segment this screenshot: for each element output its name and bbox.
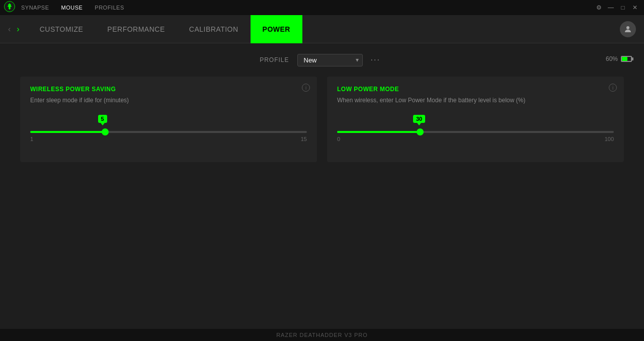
main-tabs: CUSTOMIZE PERFORMANCE CALIBRATION POWER — [28, 15, 302, 43]
profile-bar: PROFILE New Profile 1 Profile 2 ··· — [20, 53, 624, 66]
wireless-slider-thumb[interactable] — [102, 128, 109, 135]
titlebar-tab-synapse[interactable]: SYNAPSE — [15, 0, 55, 15]
low-power-slider-thumb[interactable] — [417, 128, 424, 135]
close-button[interactable]: ✕ — [630, 3, 640, 13]
tab-power[interactable]: POWER — [251, 15, 302, 43]
battery-fill — [622, 57, 627, 61]
wireless-slider-labels: 1 15 — [30, 136, 307, 142]
low-power-mode-card: i LOW POWER MODE When wireless, enter Lo… — [327, 77, 624, 162]
titlebar-tab-mouse[interactable]: MOUSE — [55, 0, 89, 15]
low-power-track-wrapper — [337, 131, 614, 133]
low-power-track-fill — [337, 131, 420, 133]
wireless-info-icon[interactable]: i — [302, 84, 310, 92]
wireless-track-wrapper — [30, 131, 307, 133]
low-power-min-label: 0 — [337, 136, 340, 142]
low-power-slider-labels: 0 100 — [337, 136, 614, 142]
more-options-button[interactable]: ··· — [367, 53, 384, 66]
wireless-power-saving-card: i WIRELESS POWER SAVING Enter sleep mode… — [20, 77, 317, 162]
razer-logo — [4, 1, 15, 14]
low-power-value-bubble: 30 — [413, 115, 425, 123]
low-power-slider-container: 30 0 100 — [337, 114, 614, 152]
wireless-track-fill — [30, 131, 105, 133]
wireless-bubble-wrapper: 5 — [30, 114, 307, 126]
info-i: i — [305, 85, 306, 91]
low-power-mode-desc: When wireless, enter Low Power Mode if t… — [337, 97, 614, 104]
wireless-max-label: 15 — [301, 136, 307, 142]
wireless-value-bubble: 5 — [98, 115, 107, 123]
navbar: ‹ › CUSTOMIZE PERFORMANCE CALIBRATION PO… — [0, 15, 644, 43]
footer: RAZER DEATHADDER V3 PRO — [0, 329, 644, 341]
window-controls: ⚙ — □ ✕ — [594, 3, 640, 13]
minimize-button[interactable]: — — [606, 3, 616, 13]
content-area: 60% PROFILE New Profile 1 Profile 2 ··· … — [0, 43, 644, 329]
titlebar: SYNAPSE MOUSE PROFILES ⚙ — □ ✕ — [0, 0, 644, 15]
wireless-min-label: 1 — [30, 136, 33, 142]
profile-label: PROFILE — [260, 56, 289, 63]
user-avatar[interactable] — [620, 21, 636, 37]
battery-icon — [621, 56, 632, 62]
titlebar-tab-profiles[interactable]: PROFILES — [89, 0, 130, 15]
back-arrow-button[interactable]: ‹ — [6, 23, 13, 36]
battery-indicator: 60% — [606, 55, 632, 62]
low-power-mode-title: LOW POWER MODE — [337, 86, 614, 93]
cards-container: i WIRELESS POWER SAVING Enter sleep mode… — [20, 77, 624, 162]
info-i2: i — [612, 85, 613, 91]
wireless-power-saving-title: WIRELESS POWER SAVING — [30, 86, 307, 93]
device-name: RAZER DEATHADDER V3 PRO — [276, 332, 368, 338]
titlebar-tabs: SYNAPSE MOUSE PROFILES — [15, 0, 594, 15]
profile-select[interactable]: New Profile 1 Profile 2 — [297, 54, 363, 66]
low-power-info-icon[interactable]: i — [609, 84, 617, 92]
wireless-slider-container: 5 1 15 — [30, 114, 307, 152]
nav-arrows: ‹ › — [6, 23, 22, 36]
maximize-button[interactable]: □ — [618, 3, 628, 13]
svg-point-1 — [626, 26, 629, 29]
tab-calibration[interactable]: CALIBRATION — [177, 15, 251, 43]
settings-button[interactable]: ⚙ — [594, 3, 604, 13]
tab-performance[interactable]: PERFORMANCE — [95, 15, 177, 43]
profile-select-wrapper: New Profile 1 Profile 2 — [297, 54, 363, 66]
low-power-max-label: 100 — [605, 136, 614, 142]
forward-arrow-button[interactable]: › — [15, 23, 21, 36]
tab-customize[interactable]: CUSTOMIZE — [28, 15, 96, 43]
low-power-bubble-wrapper: 30 — [337, 114, 614, 126]
battery-percent: 60% — [606, 55, 618, 62]
wireless-power-saving-desc: Enter sleep mode if idle for (minutes) — [30, 97, 307, 104]
